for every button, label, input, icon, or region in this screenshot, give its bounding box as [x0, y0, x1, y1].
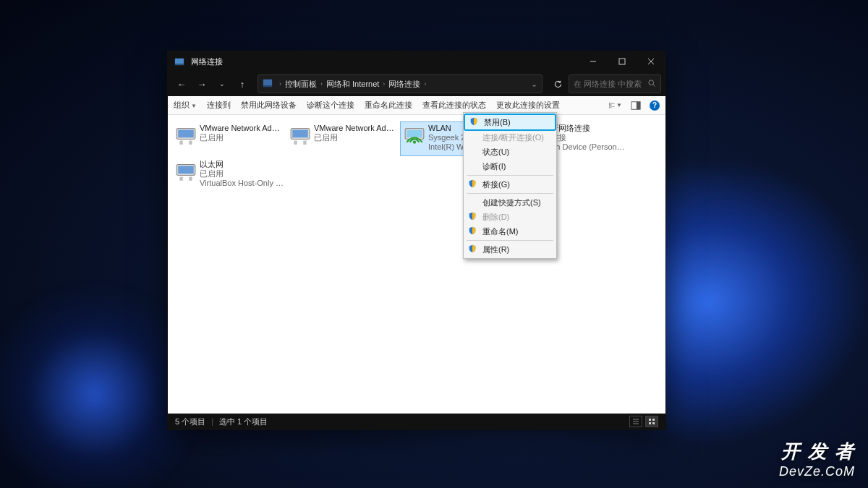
adapter-list-pane[interactable]: VMware Network Adapter VMnet1 已启用 VMware… — [168, 115, 665, 414]
svg-rect-15 — [637, 101, 640, 109]
rename-button[interactable]: 重命名此连接 — [365, 100, 412, 111]
titlebar[interactable]: 网络连接 — [168, 51, 665, 72]
chevron-right-icon: › — [320, 80, 323, 87]
svg-rect-22 — [652, 422, 655, 424]
disable-device-button[interactable]: 禁用此网络设备 — [241, 100, 297, 111]
adapter-status: 已启用 — [314, 133, 398, 142]
control-panel-icon — [263, 78, 273, 90]
large-icons-view-button[interactable] — [645, 416, 658, 427]
watermark: 开 发 者 DevZe.CoM — [779, 439, 855, 479]
adapter-icon — [404, 124, 425, 145]
adapter-name: VMware Network Adapter VMnet8 — [314, 124, 398, 133]
explorer-window: 网络连接 ← → ⌄ ↑ › 控制面板 › 网络和 Internet › 网络连… — [167, 51, 666, 430]
organize-button[interactable]: 组织▼ — [174, 100, 197, 111]
menu-separator — [467, 175, 553, 176]
adapter-icon — [175, 124, 197, 145]
chevron-right-icon: › — [383, 80, 385, 87]
breadcrumb-part[interactable]: 网络连接 — [388, 79, 420, 90]
menu-item-label: 属性(R) — [482, 244, 509, 255]
context-menu-item[interactable]: 重命名(M) — [464, 224, 556, 239]
search-placeholder: 在 网络连接 中搜索 — [574, 79, 642, 90]
adapter-status: 已启用 — [200, 169, 284, 179]
svg-rect-10 — [610, 103, 612, 105]
watermark-line2: DevZe.CoM — [779, 464, 855, 479]
menu-item-label: 连接/断开连接(O) — [482, 132, 544, 143]
back-button[interactable]: ← — [172, 74, 191, 93]
uac-shield-icon — [468, 212, 478, 222]
watermark-line1: 开 发 者 — [779, 439, 855, 464]
context-menu-item[interactable]: 诊断(I) — [464, 159, 556, 174]
menu-item-label: 桥接(G) — [482, 179, 510, 190]
search-icon — [647, 79, 656, 89]
menu-item-label: 禁用(B) — [484, 117, 511, 128]
context-menu-item: 删除(D) — [464, 210, 556, 224]
uac-shield-icon — [468, 244, 478, 254]
context-menu-item[interactable]: 创建快捷方式(S) — [464, 195, 556, 210]
menu-item-label: 状态(U) — [482, 147, 509, 158]
context-menu-item: 连接/断开连接(O) — [464, 130, 556, 145]
minimize-button[interactable] — [579, 51, 608, 72]
forward-button[interactable]: → — [192, 74, 211, 93]
adapter-item[interactable]: 以太网 已启用 VirtualBox Host-Only Ethernet ..… — [172, 158, 286, 192]
menu-item-label: 诊断(I) — [482, 161, 506, 172]
chevron-right-icon: › — [279, 80, 281, 87]
svg-line-9 — [653, 85, 655, 87]
uac-shield-icon — [468, 226, 478, 236]
search-input[interactable]: 在 网络连接 中搜索 — [569, 74, 661, 93]
window-icon — [173, 55, 186, 68]
adapter-status: 已启用 — [200, 133, 284, 142]
chevron-right-icon: › — [424, 80, 426, 87]
svg-rect-11 — [610, 106, 612, 108]
menu-separator — [467, 240, 553, 241]
svg-rect-21 — [649, 422, 651, 424]
menu-item-label: 创建快捷方式(S) — [482, 197, 541, 208]
context-menu-item[interactable]: 属性(R) — [464, 242, 556, 257]
window-title: 网络连接 — [191, 56, 223, 67]
details-view-button[interactable] — [629, 416, 642, 427]
recent-dropdown[interactable]: ⌄ — [213, 74, 231, 93]
connect-to-button[interactable]: 连接到 — [207, 100, 231, 111]
adapter-name: 以太网 — [200, 160, 284, 169]
maximize-button[interactable] — [608, 51, 637, 72]
breadcrumb-part[interactable]: 控制面板 — [285, 79, 317, 90]
view-status-button[interactable]: 查看此连接的状态 — [422, 100, 486, 111]
up-button[interactable]: ↑ — [233, 74, 252, 93]
diagnose-button[interactable]: 诊断这个连接 — [307, 100, 354, 111]
menu-separator — [467, 193, 553, 194]
adapter-desc: VirtualBox Host-Only Ethernet ... — [200, 179, 284, 188]
address-bar[interactable]: › 控制面板 › 网络和 Internet › 网络连接 › ⌄ — [258, 74, 542, 93]
context-menu-item[interactable]: 状态(U) — [464, 145, 556, 159]
command-bar: 组织▼ 连接到 禁用此网络设备 诊断这个连接 重命名此连接 查看此连接的状态 更… — [168, 96, 665, 115]
uac-shield-icon — [468, 179, 478, 189]
preview-pane-button[interactable] — [629, 99, 642, 112]
menu-item-label: 重命名(M) — [482, 226, 519, 237]
help-button[interactable]: ? — [650, 100, 660, 111]
adapter-item[interactable]: VMware Network Adapter VMnet8 已启用 — [286, 122, 401, 155]
adapter-name: VMware Network Adapter VMnet1 — [200, 124, 284, 133]
window-controls — [579, 51, 665, 72]
svg-rect-7 — [263, 86, 272, 87]
svg-rect-1 — [175, 64, 184, 66]
svg-rect-3 — [619, 59, 625, 64]
breadcrumb-part[interactable]: 网络和 Internet — [326, 79, 379, 90]
svg-rect-19 — [649, 419, 651, 421]
adapter-icon — [289, 124, 311, 145]
item-count: 5 个项目 — [175, 416, 205, 427]
svg-rect-6 — [263, 80, 272, 86]
adapter-context-menu: 禁用(B)连接/断开连接(O)状态(U)诊断(I)桥接(G)创建快捷方式(S)删… — [463, 112, 557, 259]
close-button[interactable] — [637, 51, 665, 72]
statusbar: 5 个项目 | 选中 1 个项目 — [168, 414, 665, 429]
navbar: ← → ⌄ ↑ › 控制面板 › 网络和 Internet › 网络连接 › ⌄… — [168, 72, 665, 96]
context-menu-item[interactable]: 禁用(B) — [465, 115, 555, 129]
selected-count: 选中 1 个项目 — [219, 416, 268, 427]
context-menu-item[interactable]: 桥接(G) — [464, 177, 556, 192]
svg-rect-0 — [175, 59, 184, 64]
adapter-icon — [175, 160, 197, 181]
chevron-down-icon[interactable]: ⌄ — [531, 80, 537, 89]
svg-point-8 — [649, 80, 654, 85]
menu-item-label: 删除(D) — [482, 212, 509, 223]
change-settings-button[interactable]: 更改此连接的设置 — [496, 100, 560, 111]
refresh-button[interactable] — [548, 74, 567, 93]
adapter-item[interactable]: VMware Network Adapter VMnet1 已启用 — [172, 122, 286, 155]
view-options-button[interactable]: ▼ — [609, 99, 622, 112]
